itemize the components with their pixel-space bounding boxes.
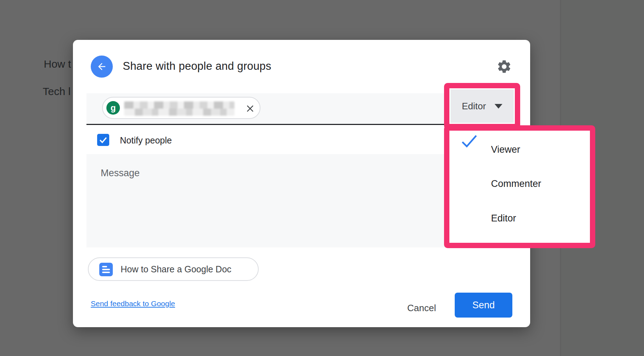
cancel-button[interactable]: Cancel <box>400 300 443 316</box>
dialog-title: Share with people and groups <box>123 60 271 73</box>
recipient-avatar: g <box>106 101 120 115</box>
back-button[interactable] <box>91 56 113 78</box>
role-dropdown-button[interactable]: Editor <box>450 89 514 123</box>
share-settings-button[interactable] <box>495 58 513 75</box>
highlight-box-role-menu: Viewer Commenter Editor <box>444 125 595 248</box>
remove-recipient-button[interactable] <box>245 104 255 114</box>
role-dropdown-label: Editor <box>462 101 486 112</box>
caret-down-icon <box>495 104 502 109</box>
menu-item-editor[interactable]: Editor <box>449 208 590 229</box>
send-button[interactable]: Send <box>455 293 512 318</box>
document-chip[interactable]: How to Share a Google Doc <box>88 257 259 281</box>
arrow-left-icon <box>96 61 107 72</box>
highlight-box-role-button: Editor <box>444 83 520 129</box>
menu-item-commenter[interactable]: Commenter <box>449 173 590 194</box>
selected-check-icon <box>461 134 477 150</box>
check-icon <box>98 135 108 145</box>
notify-people-checkbox[interactable] <box>97 134 109 146</box>
close-icon <box>245 104 255 114</box>
document-chip-label: How to Share a Google Doc <box>121 264 231 274</box>
send-feedback-link[interactable]: Send feedback to Google <box>91 299 175 308</box>
background-document-text: Tech l <box>43 85 70 98</box>
google-doc-icon <box>99 263 113 276</box>
gear-icon <box>496 59 512 74</box>
recipients-input-underline <box>86 124 444 125</box>
message-placeholder: Message <box>101 168 140 179</box>
redacted-email <box>124 101 234 116</box>
background-document-text: How t <box>44 58 71 70</box>
notify-people-label: Notify people <box>120 135 172 146</box>
recipient-chip[interactable]: g <box>102 97 260 119</box>
screenshot-root: How t Tech l Share with people and group… <box>0 0 644 356</box>
